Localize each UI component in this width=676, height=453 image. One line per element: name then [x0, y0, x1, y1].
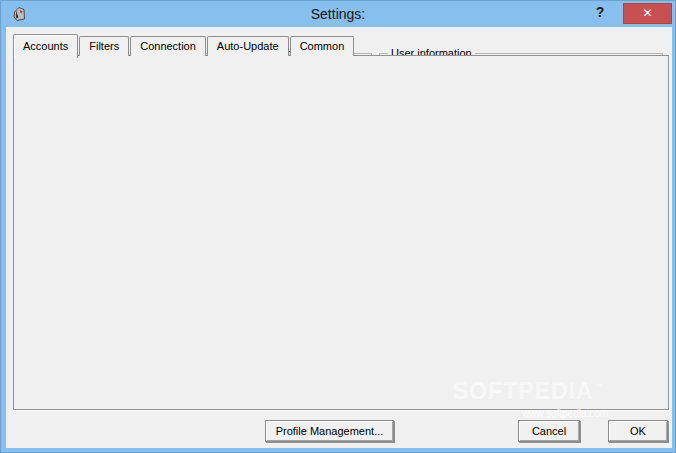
accounts-tab-page: [13, 55, 669, 410]
help-icon: ?: [596, 4, 605, 20]
tab-connection[interactable]: Connection: [130, 36, 206, 56]
tab-strip: Accounts Filters Connection Auto-Update …: [13, 34, 355, 56]
ok-button[interactable]: OK: [608, 420, 668, 442]
titlebar[interactable]: Settings: ? ✕: [1, 1, 675, 27]
tab-filters[interactable]: Filters: [79, 36, 129, 56]
tab-accounts[interactable]: Accounts: [13, 34, 78, 58]
close-icon: ✕: [642, 6, 652, 20]
close-button[interactable]: ✕: [623, 3, 672, 24]
help-button[interactable]: ?: [591, 4, 609, 23]
window-title: Settings:: [1, 6, 675, 22]
settings-window: Settings: ? ✕ Accounts Filters Connectio…: [0, 0, 676, 453]
tab-auto-update[interactable]: Auto-Update: [207, 36, 289, 56]
tab-common[interactable]: Common: [290, 36, 355, 56]
profile-management-button[interactable]: Profile Management...: [265, 420, 394, 442]
cancel-button[interactable]: Cancel: [518, 420, 580, 442]
